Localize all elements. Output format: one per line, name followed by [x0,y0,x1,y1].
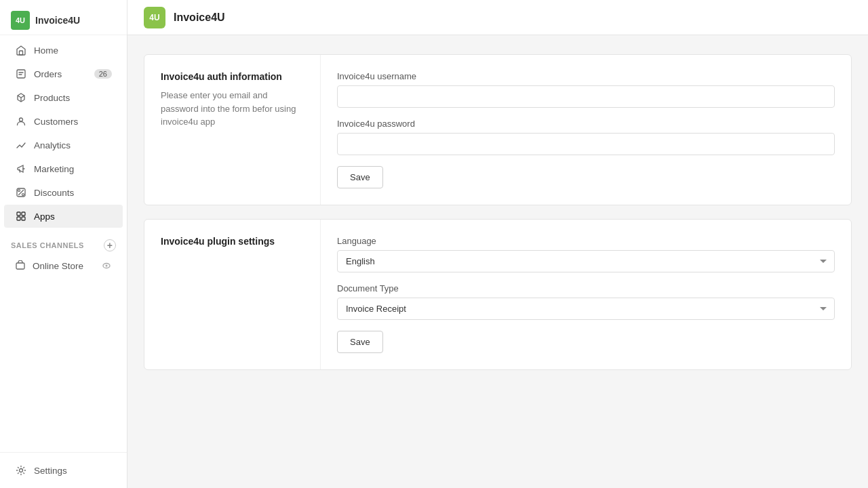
orders-icon [15,68,27,80]
sidebar-item-products[interactable]: Products [4,86,123,109]
sidebar-item-customers[interactable]: Customers [4,110,123,133]
sidebar-item-settings[interactable]: Settings [4,459,123,482]
document-type-group: Document Type Invoice Receipt Invoice Re… [337,283,835,320]
sidebar-bottom: Settings [0,452,127,488]
sidebar-item-customers-label: Customers [34,117,78,127]
sidebar-item-marketing[interactable]: Marketing [4,157,123,180]
svg-point-4 [22,194,24,196]
orders-badge: 26 [94,69,112,79]
sidebar-item-discounts-label: Discounts [34,188,74,198]
svg-point-2 [20,118,23,121]
auth-save-button[interactable]: Save [337,166,383,188]
apps-icon [15,210,27,222]
language-group: Language English Hebrew Arabic [337,236,835,272]
sidebar-item-home-label: Home [34,45,58,56]
sales-channels-label: SALES CHANNELS [11,241,84,249]
settings-icon [15,464,27,476]
online-store-eye-button[interactable] [101,260,112,271]
auth-description: Please enter you email and password into… [161,89,304,129]
svg-rect-6 [17,212,20,216]
sidebar-item-home[interactable]: Home [4,39,123,62]
sidebar-item-apps-label: Apps [34,211,55,222]
svg-point-3 [18,190,20,192]
sidebar-item-apps[interactable]: Apps [4,205,123,228]
sidebar-item-discounts[interactable]: Discounts [4,181,123,204]
svg-point-12 [106,265,108,267]
auth-section-left: Invoice4u auth information Please enter … [144,55,321,205]
main-content: 4U Invoice4U Invoice4u auth information … [127,0,868,488]
sidebar-item-orders-label: Orders [34,69,62,79]
page-header: 4U Invoice4U [127,0,868,35]
plugin-save-button[interactable]: Save [337,331,383,353]
sidebar-item-analytics-label: Analytics [34,140,71,150]
username-label: Invoice4u username [337,71,835,81]
password-input[interactable] [337,133,835,155]
svg-rect-10 [16,263,24,269]
sidebar-logo: 4U Invoice4U [0,0,127,35]
products-icon [15,92,27,104]
sidebar-app-name: Invoice4U [35,15,80,26]
plugin-section-left: Invoice4u plugin settings [144,220,321,369]
content-area: Invoice4u auth information Please enter … [127,35,868,403]
username-input[interactable] [337,85,835,108]
plugin-heading: Invoice4u plugin settings [161,236,304,247]
sidebar-item-analytics[interactable]: Analytics [4,134,123,157]
svg-rect-0 [20,51,23,55]
auth-heading: Invoice4u auth information [161,71,304,82]
sidebar-item-products-label: Products [34,93,70,103]
online-store-label: Online Store [33,261,83,271]
plugin-section-card: Invoice4u plugin settings Language Engli… [144,219,852,370]
auth-section-row: Invoice4u auth information Please enter … [144,55,851,205]
sales-channels-header: SALES CHANNELS + [0,231,127,254]
plugin-section-right: Language English Hebrew Arabic Document … [321,220,851,369]
svg-rect-9 [22,217,25,220]
password-label: Invoice4u password [337,119,835,129]
language-select[interactable]: English Hebrew Arabic [337,250,835,272]
svg-point-13 [20,469,23,472]
username-group: Invoice4u username [337,71,835,108]
password-group: Invoice4u password [337,119,835,155]
svg-rect-7 [22,212,25,216]
discounts-icon [15,186,27,199]
document-type-select[interactable]: Invoice Receipt Invoice Receipt [337,298,835,320]
sidebar-item-marketing-label: Marketing [34,164,74,174]
sidebar-nav: Home Orders 26 Products Customers [0,35,127,231]
sidebar-item-settings-label: Settings [34,466,67,476]
sidebar-item-online-store[interactable]: Online Store [4,255,123,277]
svg-rect-1 [17,70,25,78]
language-label: Language [337,236,835,246]
customers-icon [15,115,27,127]
document-type-label: Document Type [337,283,835,293]
add-sales-channel-button[interactable]: + [104,239,116,251]
plugin-section-row: Invoice4u plugin settings Language Engli… [144,220,851,369]
auth-section-card: Invoice4u auth information Please enter … [144,54,852,205]
sidebar-logo-icon: 4U [11,11,30,30]
sidebar: 4U Invoice4U Home Orders 26 Products [0,0,127,488]
sidebar-item-orders[interactable]: Orders 26 [4,62,123,85]
online-store-icon [15,260,26,271]
app-logo: 4U [144,7,165,28]
svg-rect-8 [17,217,20,220]
home-icon [15,44,27,56]
marketing-icon [15,163,27,175]
analytics-icon [15,139,27,151]
page-title: Invoice4U [174,12,225,24]
auth-section-right: Invoice4u username Invoice4u password Sa… [321,55,851,205]
